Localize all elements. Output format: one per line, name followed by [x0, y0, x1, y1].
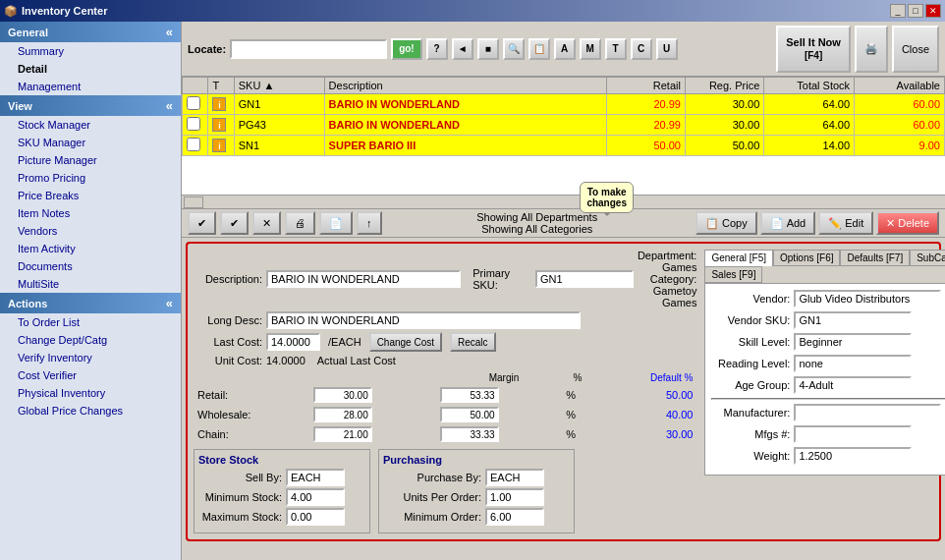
sidebar-item-item-activity[interactable]: Item Activity [0, 240, 181, 257]
mfgs-input[interactable] [794, 425, 912, 443]
check-button[interactable]: ✔ [188, 211, 216, 235]
sidebar-section-general[interactable]: General « [0, 22, 181, 42]
search-button[interactable]: 🔍 [503, 38, 525, 60]
units-per-order-input[interactable] [485, 488, 544, 506]
tab-subcats[interactable]: SubCats [F8] [910, 250, 945, 266]
wholesale-margin-input[interactable] [440, 407, 499, 422]
table-row[interactable]: i SN1 SUPER BARIO III 50.00 50.00 14.00 … [183, 136, 945, 156]
age-group-input[interactable] [794, 376, 912, 394]
sidebar-item-item-notes[interactable]: Item Notes [0, 204, 181, 222]
sidebar-section-view-label: View [8, 100, 32, 112]
copy-button[interactable]: 📋 Copy [695, 211, 757, 235]
purchase-by-input[interactable] [485, 469, 544, 486]
sidebar-item-multisite[interactable]: MultiSite [0, 275, 181, 293]
retail-margin-input[interactable] [440, 387, 499, 403]
col-total-stock[interactable]: Total Stock [764, 78, 855, 94]
tab-sales[interactable]: Sales [F9] [704, 266, 762, 283]
col-available[interactable]: Available [855, 78, 945, 94]
retail-price-input[interactable] [313, 387, 372, 403]
col-reg-price[interactable]: Reg. Price [685, 78, 763, 94]
edit-button[interactable]: ✏️ Edit [818, 211, 873, 235]
max-stock-input[interactable] [286, 508, 345, 526]
table-row[interactable]: i PG43 BARIO IN WONDERLAND 20.99 30.00 6… [183, 115, 945, 136]
sell-it-now-button[interactable]: Sell It Now [F4] [776, 26, 851, 73]
t-button[interactable]: T [605, 38, 627, 60]
back-button[interactable]: ◄ [452, 38, 473, 60]
col-sku[interactable]: SKU ▲ [234, 78, 324, 94]
u-button[interactable]: U [656, 38, 678, 60]
x-button[interactable]: ✕ [252, 211, 281, 235]
close-button[interactable]: Close [892, 26, 939, 73]
delete-button[interactable]: ✕ Delete [876, 211, 939, 235]
min-order-input[interactable] [485, 508, 544, 526]
description-input[interactable] [266, 270, 461, 288]
sidebar-item-picture-manager[interactable]: Picture Manager [0, 151, 181, 169]
row-checkbox-3[interactable] [187, 138, 200, 151]
skill-level-input[interactable] [794, 333, 912, 351]
maximize-button[interactable]: □ [908, 4, 923, 18]
vendor-sku-input[interactable] [794, 311, 912, 329]
sidebar-item-physical-inventory[interactable]: Physical Inventory [0, 384, 181, 402]
vendor-input[interactable] [794, 290, 941, 308]
printer-button[interactable]: 🖨️ [855, 26, 888, 73]
help-button[interactable]: ? [426, 38, 448, 60]
cell-regprice-3: 50.00 [685, 136, 763, 156]
sidebar-section-view[interactable]: View « [0, 95, 181, 116]
minimize-button[interactable]: _ [890, 4, 906, 18]
sidebar-item-sku-manager[interactable]: SKU Manager [0, 134, 181, 151]
min-stock-input[interactable] [286, 488, 345, 506]
a-button[interactable]: A [554, 38, 576, 60]
table-row[interactable]: i GN1 BARIO IN WONDERLAND 20.99 30.00 64… [183, 94, 945, 115]
tab-options[interactable]: Options [F6] [773, 250, 840, 266]
col-type[interactable]: T [208, 78, 234, 94]
sidebar-item-stock-manager[interactable]: Stock Manager [0, 116, 181, 134]
last-cost-input[interactable] [266, 333, 320, 351]
up-button[interactable]: ↑ [357, 211, 382, 235]
sidebar-item-detail[interactable]: Detail [0, 60, 181, 78]
primary-sku-input[interactable] [535, 270, 634, 288]
chain-margin-input[interactable] [440, 426, 499, 442]
m-button[interactable]: M [580, 38, 601, 60]
chain-price-input[interactable] [313, 426, 372, 442]
long-desc-input[interactable] [266, 311, 581, 329]
store-stock-title: Store Stock [198, 454, 365, 466]
sidebar-item-documents[interactable]: Documents [0, 257, 181, 275]
c-button[interactable]: C [631, 38, 652, 60]
stop-button[interactable]: ■ [477, 38, 499, 60]
check2-button[interactable]: ✔ [220, 211, 249, 235]
sidebar-item-global-price-changes[interactable]: Global Price Changes [0, 402, 181, 420]
col-retail[interactable]: Retail [606, 78, 685, 94]
sell-by-input[interactable] [286, 469, 345, 486]
sidebar-item-management[interactable]: Management [0, 78, 181, 95]
sidebar-section-actions[interactable]: Actions « [0, 293, 181, 313]
close-window-button[interactable]: ✕ [925, 4, 941, 18]
change-cost-button[interactable]: Change Cost [369, 332, 442, 352]
weight-input[interactable] [794, 447, 912, 465]
wholesale-price-input[interactable] [313, 407, 372, 422]
sidebar-item-verify-inventory[interactable]: Verify Inventory [0, 349, 181, 366]
reading-level-input[interactable] [794, 355, 912, 372]
tab-general[interactable]: General [F5] [704, 250, 773, 266]
col-description[interactable]: Description [324, 78, 606, 94]
sidebar-item-summary[interactable]: Summary [0, 42, 181, 60]
sidebar-item-vendors[interactable]: Vendors [0, 222, 181, 240]
titlebar: 📦 Inventory Center _ □ ✕ [0, 0, 945, 22]
add-button[interactable]: 📄 Add [760, 211, 816, 235]
age-group-label: Age Group: [711, 379, 790, 391]
sidebar-item-promo-pricing[interactable]: Promo Pricing [0, 169, 181, 187]
copy-toolbar-button[interactable]: 📋 [528, 38, 550, 60]
locate-input[interactable] [230, 39, 387, 59]
sidebar-item-price-breaks[interactable]: Price Breaks [0, 187, 181, 204]
tab-defaults[interactable]: Defaults [F7] [840, 250, 910, 266]
doc-button[interactable]: 📄 [319, 211, 353, 235]
row-checkbox-1[interactable] [187, 96, 200, 110]
recalc-button[interactable]: Recalc [450, 332, 496, 352]
print-button[interactable]: 🖨 [285, 211, 315, 235]
manufacturer-input[interactable] [794, 404, 941, 421]
sidebar-item-cost-verifier[interactable]: Cost Verifier [0, 366, 181, 384]
sidebar-item-to-order-list[interactable]: To Order List [0, 313, 181, 331]
table-scrollbar[interactable] [182, 195, 945, 208]
go-button[interactable]: go! [391, 38, 422, 60]
row-checkbox-2[interactable] [187, 117, 200, 131]
sidebar-item-change-dept[interactable]: Change Dept/Catg [0, 331, 181, 349]
